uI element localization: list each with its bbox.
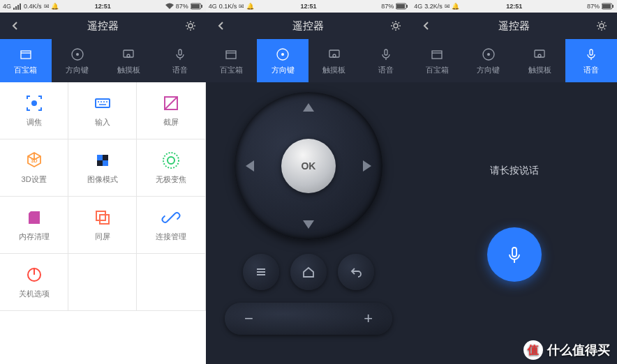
tab-dpad[interactable]: 方向键 — [257, 39, 308, 82]
header: 遥控器 — [206, 13, 412, 39]
touchpad-icon — [532, 47, 547, 62]
tabs: 百宝箱 方向键 触摸板 语音 — [411, 39, 617, 82]
tab-dpad[interactable]: 方向键 — [463, 39, 514, 82]
svg-point-7 — [188, 24, 193, 28]
cell-image-mode[interactable]: 图像模式 — [68, 139, 137, 197]
dpad-icon — [481, 47, 496, 62]
voice-prompt: 请长按说话 — [490, 165, 539, 177]
tab-label: 百宝箱 — [426, 65, 449, 75]
tab-label: 触摸板 — [322, 65, 345, 75]
tabs: 百宝箱 方向键 触摸板 语音 — [0, 39, 206, 82]
tab-touchpad[interactable]: 触摸板 — [514, 39, 566, 82]
gear-icon[interactable] — [595, 19, 609, 33]
back-icon[interactable] — [419, 19, 433, 33]
mic-icon — [583, 47, 599, 62]
cell-focus[interactable]: 调焦 — [0, 82, 68, 139]
cell-label: 调焦 — [27, 117, 42, 128]
svg-rect-19 — [97, 155, 103, 160]
box-icon — [429, 47, 445, 62]
back-icon[interactable] — [214, 19, 228, 33]
power-icon — [24, 265, 44, 285]
function-row — [243, 254, 374, 290]
cell-label: 无极变焦 — [156, 174, 186, 185]
svg-rect-22 — [97, 160, 103, 166]
dpad-up[interactable] — [303, 103, 314, 112]
tab-label: 方向键 — [477, 65, 500, 75]
svg-rect-48 — [512, 248, 516, 257]
dpad-icon — [70, 47, 85, 62]
tab-label: 语音 — [583, 65, 599, 75]
svg-rect-25 — [96, 211, 105, 220]
tab-baibaoxiang[interactable]: 百宝箱 — [411, 39, 463, 82]
tab-label: 触摸板 — [117, 65, 140, 75]
svg-point-36 — [333, 54, 336, 57]
clock: 12:51 — [506, 3, 522, 10]
tab-voice[interactable]: 语音 — [360, 39, 412, 82]
cell-zoom[interactable]: 无极变焦 — [137, 139, 205, 197]
status-bar: 4G3.2K/s✉ 🔔 12:51 87% — [411, 0, 617, 13]
battery-icon — [191, 3, 203, 10]
home-button[interactable] — [290, 254, 327, 290]
svg-rect-29 — [396, 4, 405, 8]
tab-baibaoxiang[interactable]: 百宝箱 — [0, 39, 52, 82]
svg-rect-37 — [385, 50, 387, 55]
tool-grid: 调焦 输入 截屏 3D3D设置 图像模式 无极变焦 内存清理 同屏 连接管理 关… — [0, 82, 206, 311]
svg-text:3D: 3D — [31, 158, 37, 163]
svg-rect-1 — [15, 6, 17, 10]
svg-point-34 — [281, 53, 284, 56]
copy-icon — [93, 208, 112, 227]
svg-rect-32 — [226, 51, 236, 59]
back-icon[interactable] — [8, 19, 22, 33]
network-type: 4G — [209, 3, 217, 10]
tab-baibaoxiang[interactable]: 百宝箱 — [206, 39, 258, 82]
back-button[interactable] — [338, 254, 374, 290]
status-icons: ✉ 🔔 — [44, 3, 59, 10]
signal-icon — [13, 3, 22, 10]
status-bar: 4G 0.4K/s ✉ 🔔 12:51 87% — [0, 0, 206, 13]
focus-icon — [24, 93, 44, 113]
menu-button[interactable] — [243, 254, 279, 290]
battery-pct: 87% — [381, 3, 394, 10]
tab-voice[interactable]: 语音 — [154, 39, 206, 82]
tab-label: 方向键 — [66, 65, 89, 75]
sdcard-icon — [24, 208, 44, 227]
svg-rect-8 — [21, 51, 31, 59]
box-icon — [223, 47, 239, 62]
tab-dpad[interactable]: 方向键 — [52, 39, 103, 82]
disc-icon — [161, 151, 181, 170]
cell-label: 内存清理 — [19, 232, 50, 242]
dpad-right[interactable] — [363, 160, 371, 172]
cell-empty — [68, 254, 137, 311]
tab-touchpad[interactable]: 触摸板 — [103, 39, 154, 82]
gear-icon[interactable] — [389, 19, 403, 33]
svg-rect-2 — [17, 5, 19, 10]
tab-label: 百宝箱 — [14, 65, 37, 75]
gear-icon[interactable] — [184, 19, 198, 33]
dpad-left[interactable] — [246, 160, 254, 172]
ok-button[interactable]: OK — [281, 139, 336, 193]
cell-screenshot[interactable]: 截屏 — [137, 82, 205, 139]
screen-voice: 4G3.2K/s✉ 🔔 12:51 87% 遥控器 百宝箱 方向键 触摸板 语音… — [411, 0, 617, 364]
clock: 12:51 — [300, 3, 316, 10]
page-title: 遥控器 — [433, 20, 595, 33]
mic-button[interactable] — [487, 227, 542, 282]
volume-plus[interactable]: + — [364, 310, 373, 328]
tab-voice[interactable]: 语音 — [565, 39, 617, 82]
cell-mirror[interactable]: 同屏 — [68, 197, 137, 254]
cell-memory[interactable]: 内存清理 — [0, 197, 68, 254]
cell-input[interactable]: 输入 — [68, 82, 137, 139]
box-icon — [18, 47, 34, 62]
voice-area: 请长按说话 — [411, 82, 617, 364]
volume-minus[interactable]: − — [244, 310, 253, 328]
cell-connection[interactable]: 连接管理 — [137, 197, 205, 254]
crop-icon — [161, 93, 181, 113]
svg-rect-5 — [191, 4, 200, 8]
network-type: 4G — [414, 3, 422, 10]
page-title: 遥控器 — [22, 20, 184, 33]
cell-3d[interactable]: 3D3D设置 — [0, 139, 68, 197]
svg-rect-40 — [612, 5, 614, 8]
battery-pct: 87% — [587, 3, 600, 10]
tab-touchpad[interactable]: 触摸板 — [308, 39, 360, 82]
cell-power[interactable]: 关机选项 — [0, 254, 68, 311]
dpad-down[interactable] — [303, 220, 314, 229]
